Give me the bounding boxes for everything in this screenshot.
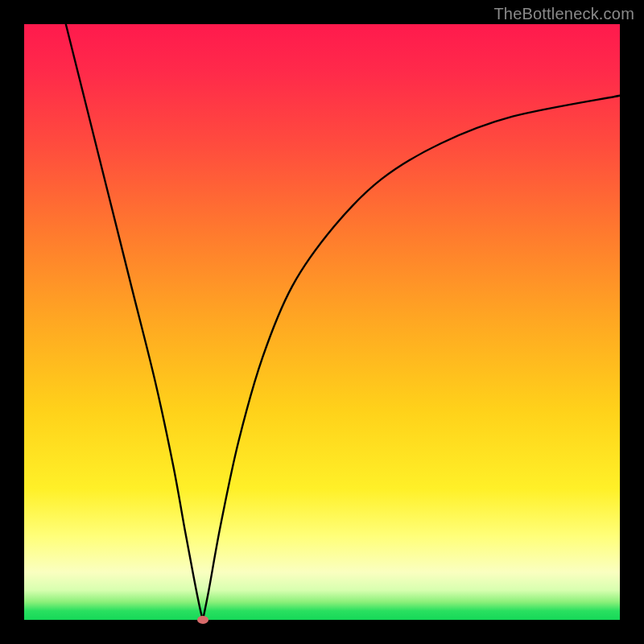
chart-frame: TheBottleneck.com xyxy=(0,0,644,644)
curve-svg xyxy=(24,24,620,620)
watermark-text: TheBottleneck.com xyxy=(493,5,634,23)
curve-right-branch xyxy=(203,96,620,620)
minimum-marker xyxy=(197,616,208,624)
curve-left-branch xyxy=(66,24,203,620)
plot-area xyxy=(24,24,620,620)
